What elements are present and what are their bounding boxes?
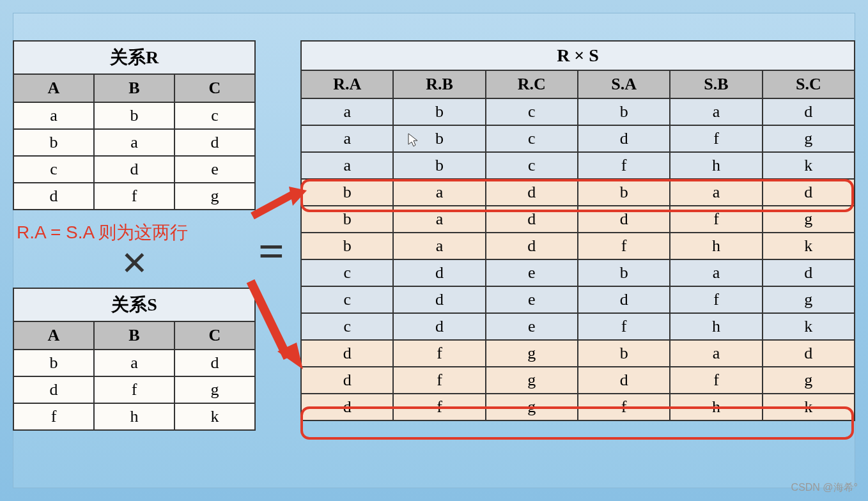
table-cell: f xyxy=(578,233,670,259)
table-cell: a xyxy=(393,206,485,233)
table-cell: d xyxy=(578,125,670,152)
table-cell: k xyxy=(763,152,855,179)
table-row: dfgdfg xyxy=(301,367,855,394)
table-row: cdedfg xyxy=(301,286,855,313)
table-cell: e xyxy=(486,286,578,313)
table-cell: c xyxy=(486,125,578,152)
table-cell: h xyxy=(670,313,762,340)
table-cell: d xyxy=(486,233,578,259)
table-cell: h xyxy=(670,152,762,179)
table-cell: d xyxy=(301,340,393,367)
table-cell: a xyxy=(670,179,762,206)
table-cell: h xyxy=(94,403,174,430)
table-cell: a xyxy=(670,259,762,286)
table-row: dfgfhk xyxy=(301,394,855,420)
equals-operator: = xyxy=(258,225,284,278)
annotation-text: R.A = S.A 则为这两行 xyxy=(17,220,188,245)
table-cell: d xyxy=(486,179,578,206)
rs-header-ra: R.A xyxy=(301,70,393,98)
table-cell: k xyxy=(174,403,255,430)
table-row: cdebad xyxy=(301,259,855,286)
table-cell: a xyxy=(301,125,393,152)
arrow-bottom-icon xyxy=(243,275,307,377)
table-cell: e xyxy=(486,313,578,340)
svg-line-0 xyxy=(252,194,294,216)
table-cell: d xyxy=(393,313,485,340)
table-cell: c xyxy=(301,259,393,286)
table-cell: c xyxy=(174,102,255,129)
table-cell: e xyxy=(486,259,578,286)
cartesian-product-table: R × S R.A R.B R.C S.A S.B S.C abcbadabcd… xyxy=(300,40,855,421)
rs-header-sb: S.B xyxy=(670,70,762,98)
rs-title: R × S xyxy=(300,40,855,70)
table-cell: b xyxy=(94,102,174,129)
table-cell: a xyxy=(301,98,393,125)
table-cell: a xyxy=(13,102,94,129)
table-cell: g xyxy=(486,367,578,394)
relation-r-table: 关系R A B C abcbadcdedfg xyxy=(13,40,256,210)
rs-header-rb: R.B xyxy=(393,70,485,98)
table-cell: a xyxy=(670,98,762,125)
rs-header-sa: S.A xyxy=(578,70,670,98)
table-cell: d xyxy=(578,367,670,394)
table-cell: d xyxy=(393,286,485,313)
table-cell: b xyxy=(578,340,670,367)
table-cell: f xyxy=(393,340,485,367)
table-cell: g xyxy=(486,340,578,367)
table-row: dfg xyxy=(13,376,255,403)
table-row: badfhk xyxy=(301,233,855,259)
table-cell: f xyxy=(393,367,485,394)
multiply-operator: × xyxy=(121,236,148,289)
table-cell: d xyxy=(578,286,670,313)
table-cell: d xyxy=(763,259,855,286)
table-cell: d xyxy=(94,156,174,183)
table-cell: f xyxy=(670,125,762,152)
table-cell: a xyxy=(94,129,174,156)
table-cell: d xyxy=(301,394,393,420)
table-cell: c xyxy=(486,152,578,179)
table-cell: k xyxy=(763,313,855,340)
table-cell: f xyxy=(94,183,174,210)
table-cell: b xyxy=(393,98,485,125)
table-cell: h xyxy=(670,233,762,259)
table-row: abcfhk xyxy=(301,152,855,179)
table-cell: f xyxy=(578,394,670,420)
table-cell: b xyxy=(393,125,485,152)
table-cell: f xyxy=(670,206,762,233)
table-cell: f xyxy=(94,376,174,403)
table-row: baddfg xyxy=(301,206,855,233)
s-header-a: A xyxy=(13,321,94,350)
table-cell: c xyxy=(301,313,393,340)
table-cell: f xyxy=(670,286,762,313)
s-header-b: B xyxy=(94,321,174,350)
table-cell: d xyxy=(174,129,255,156)
table-row: abc xyxy=(13,102,255,129)
table-cell: g xyxy=(486,394,578,420)
table-cell: b xyxy=(578,98,670,125)
watermark-text: CSDN @海希° xyxy=(791,481,858,495)
r-header-a: A xyxy=(13,74,94,102)
table-row: badbad xyxy=(301,179,855,206)
table-cell: b xyxy=(13,350,94,376)
table-cell: d xyxy=(301,367,393,394)
table-cell: b xyxy=(578,179,670,206)
table-cell: a xyxy=(301,152,393,179)
table-cell: g xyxy=(174,183,255,210)
table-cell: c xyxy=(486,98,578,125)
table-cell: d xyxy=(763,179,855,206)
table-cell: a xyxy=(670,340,762,367)
table-cell: b xyxy=(301,179,393,206)
svg-marker-1 xyxy=(289,187,307,206)
r-header-b: B xyxy=(94,74,174,102)
table-cell: f xyxy=(578,313,670,340)
table-cell: k xyxy=(763,394,855,420)
svg-line-2 xyxy=(251,281,288,358)
table-row: cde xyxy=(13,156,255,183)
table-cell: b xyxy=(301,233,393,259)
table-cell: g xyxy=(763,286,855,313)
table-cell: d xyxy=(13,183,94,210)
table-cell: e xyxy=(174,156,255,183)
table-cell: b xyxy=(578,259,670,286)
relation-s-title: 关系S xyxy=(13,288,256,321)
rs-header-sc: S.C xyxy=(763,70,855,98)
